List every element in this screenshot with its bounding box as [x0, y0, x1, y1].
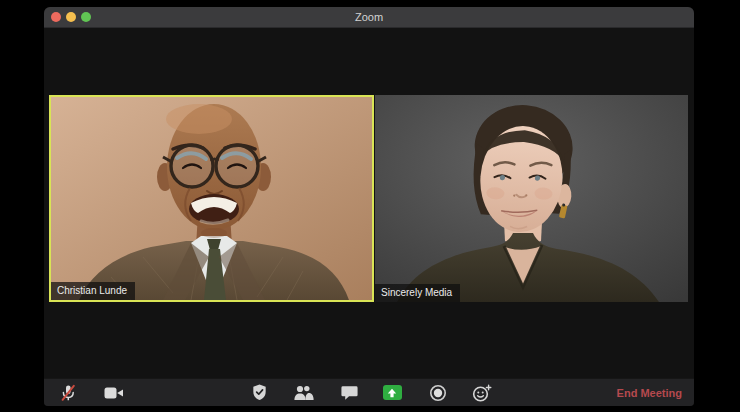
participant-name: Christian Lunde: [57, 285, 127, 296]
reactions-button[interactable]: [465, 379, 499, 406]
mute-button[interactable]: [51, 379, 85, 406]
participants-button[interactable]: [287, 379, 321, 406]
participant-video-sincerely-media: [375, 95, 688, 302]
screen: Zoom: [0, 0, 740, 412]
share-screen-button[interactable]: [375, 379, 409, 406]
participant-name-label: Christian Lunde: [51, 282, 135, 300]
zoom-window: Zoom: [44, 7, 694, 406]
window-title: Zoom: [44, 7, 694, 27]
video-camera-icon: [103, 385, 125, 401]
share-screen-icon: [383, 385, 402, 400]
reactions-smiley-icon: [471, 383, 493, 403]
video-tile-sincerely-media[interactable]: Sincerely Media: [375, 95, 688, 302]
meeting-toolbar: End Meeting: [44, 378, 694, 406]
chat-bubble-icon: [340, 384, 359, 402]
security-shield-icon: [250, 383, 269, 402]
up-arrow-icon: [386, 387, 398, 399]
window-titlebar[interactable]: Zoom: [44, 7, 694, 28]
chat-button[interactable]: [332, 379, 366, 406]
participant-video-christian-lunde: [51, 97, 372, 300]
record-icon: [428, 383, 448, 403]
end-meeting-button[interactable]: End Meeting: [617, 379, 682, 406]
security-button[interactable]: [242, 379, 276, 406]
record-button[interactable]: [421, 379, 455, 406]
muted-microphone-icon: [58, 383, 78, 403]
stop-video-button[interactable]: [97, 379, 131, 406]
participant-name: Sincerely Media: [381, 287, 452, 298]
participants-icon: [293, 384, 315, 402]
video-tile-christian-lunde[interactable]: Christian Lunde: [49, 95, 374, 302]
participant-name-label: Sincerely Media: [375, 284, 460, 302]
video-gallery: Christian Lunde: [44, 28, 694, 379]
